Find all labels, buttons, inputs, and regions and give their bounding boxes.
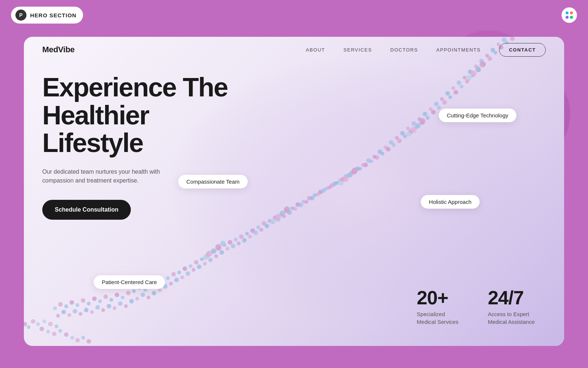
svg-point-152: [451, 86, 455, 90]
svg-point-117: [253, 231, 258, 235]
svg-point-183: [43, 319, 46, 323]
stat-number-specialized: 20+: [417, 287, 458, 309]
figma-dot-red: [570, 11, 573, 14]
svg-point-165: [215, 244, 221, 250]
svg-point-116: [248, 235, 252, 238]
svg-point-189: [58, 329, 62, 333]
svg-point-144: [406, 127, 410, 130]
svg-point-176: [410, 127, 416, 133]
svg-point-187: [46, 330, 50, 333]
svg-point-97: [140, 293, 145, 297]
svg-point-23: [183, 266, 187, 271]
svg-point-20: [166, 276, 170, 280]
svg-point-164: [211, 248, 216, 254]
p-icon: P: [15, 10, 26, 21]
dna-bottom-left: [24, 319, 91, 344]
svg-point-196: [31, 319, 35, 323]
contact-button[interactable]: CONTACT: [499, 43, 546, 57]
floating-label-compassionate: Compassionate Team: [178, 175, 248, 188]
nav-links: ABOUT SERVICES DOCTORS APPOINTMENTS CONT…: [306, 43, 546, 57]
svg-point-112: [226, 247, 229, 251]
svg-point-107: [197, 265, 201, 269]
svg-point-130: [327, 186, 331, 190]
svg-point-33: [239, 234, 243, 239]
svg-point-149: [434, 102, 438, 106]
svg-point-87: [84, 308, 88, 312]
svg-point-172: [343, 176, 348, 182]
svg-point-24: [189, 264, 192, 268]
svg-point-66: [426, 116, 430, 120]
svg-point-83: [61, 310, 66, 314]
svg-point-194: [87, 339, 91, 344]
svg-point-21: [171, 272, 176, 276]
main-card: MedVibe ABOUT SERVICES DOCTORS APPOINTME…: [24, 37, 564, 346]
figma-dot-green: [570, 16, 573, 19]
nav-link-about[interactable]: ABOUT: [306, 47, 325, 53]
svg-point-13: [126, 291, 130, 295]
figma-icon[interactable]: [562, 7, 577, 23]
svg-point-139: [377, 149, 382, 154]
svg-point-3: [69, 300, 74, 305]
svg-point-98: [146, 296, 150, 300]
svg-point-186: [40, 327, 44, 331]
nav-link-services[interactable]: SERVICES: [344, 47, 372, 53]
svg-point-110: [214, 254, 218, 258]
svg-point-129: [321, 188, 326, 193]
svg-point-86: [79, 312, 82, 316]
svg-point-168: [275, 214, 281, 220]
section-label: HERO SECTION: [30, 12, 76, 18]
svg-point-89: [95, 305, 100, 309]
stat-number-access: 24/7: [488, 287, 535, 309]
svg-point-137: [366, 158, 371, 163]
top-bar-brand: P HERO SECTION: [11, 7, 83, 24]
svg-point-125: [298, 203, 303, 207]
svg-point-5: [81, 298, 85, 303]
svg-point-96: [135, 297, 139, 301]
svg-point-143: [400, 131, 405, 135]
figma-dots: [566, 11, 573, 19]
svg-point-36: [257, 225, 260, 229]
svg-point-102: [169, 282, 173, 286]
stat-specialized: 20+ Specialized Medical Services: [417, 287, 458, 326]
svg-point-175: [406, 131, 411, 137]
svg-point-93: [118, 301, 122, 306]
svg-point-108: [203, 262, 207, 266]
hero-title: Experience The Healthier Lifestyle: [42, 74, 255, 157]
svg-point-1: [58, 302, 63, 307]
svg-point-70: [448, 95, 452, 99]
svg-point-128: [316, 192, 319, 196]
svg-point-145: [412, 121, 416, 125]
svg-point-177: [415, 123, 420, 128]
cta-schedule-button[interactable]: Schedule Consultation: [42, 200, 131, 220]
svg-point-90: [101, 308, 105, 312]
svg-point-184: [48, 322, 53, 326]
svg-point-103: [174, 278, 179, 282]
svg-point-84: [67, 313, 71, 317]
svg-point-147: [423, 112, 427, 116]
svg-point-106: [191, 268, 195, 272]
svg-point-114: [237, 241, 240, 245]
svg-point-192: [75, 338, 80, 342]
svg-point-88: [90, 310, 94, 314]
svg-point-124: [293, 207, 297, 210]
stats-container: 20+ Specialized Medical Services 24/7 Ac…: [417, 287, 535, 326]
svg-point-166: [220, 241, 225, 246]
svg-point-126: [305, 200, 308, 204]
svg-point-195: [36, 322, 40, 326]
hero-subtitle: Our dedicated team nurtures your health …: [42, 167, 167, 185]
svg-point-105: [186, 271, 190, 276]
nav-link-appointments[interactable]: APPOINTMENTS: [436, 47, 481, 53]
svg-point-141: [389, 140, 393, 145]
svg-point-193: [81, 336, 85, 339]
figma-dot-blue: [566, 11, 569, 14]
nav-link-doctors[interactable]: DOCTORS: [390, 47, 418, 53]
svg-point-2: [64, 304, 68, 308]
svg-point-34: [245, 232, 249, 236]
logo[interactable]: MedVibe: [42, 45, 75, 54]
svg-point-99: [152, 291, 156, 295]
svg-point-154: [463, 76, 466, 79]
svg-point-72: [460, 85, 463, 88]
floating-label-holistic: Holistic Approach: [421, 195, 480, 209]
svg-point-32: [234, 238, 237, 241]
svg-point-8: [98, 300, 102, 303]
